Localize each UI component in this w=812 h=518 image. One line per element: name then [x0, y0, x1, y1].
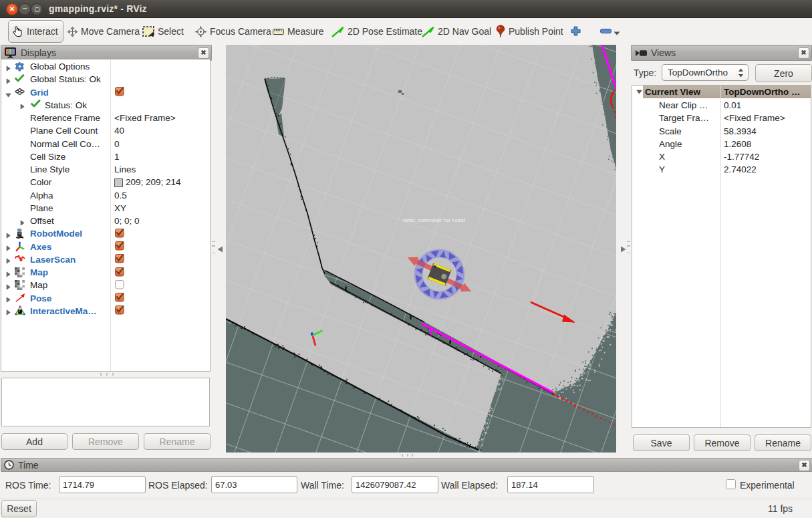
svg-text:twist_controller for robot: twist_controller for robot: [403, 217, 466, 223]
